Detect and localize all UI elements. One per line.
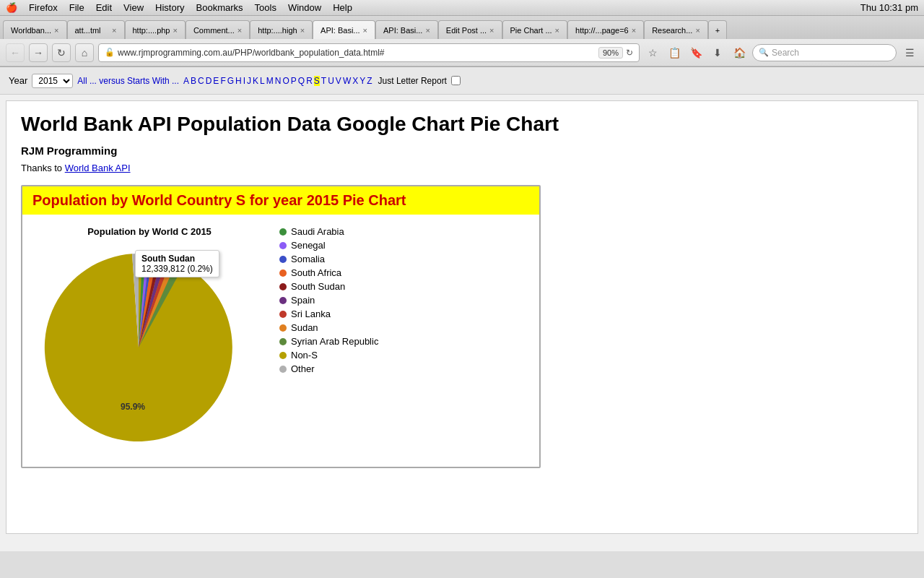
tab-8-close[interactable]: × xyxy=(489,26,494,35)
tab-5[interactable]: http:....high × xyxy=(250,20,313,39)
just-letter-checkbox[interactable] xyxy=(451,76,461,85)
tab-8[interactable]: Edit Post ... × xyxy=(438,20,502,39)
tab-3-close[interactable]: × xyxy=(173,26,177,35)
tab-5-label: http:....high xyxy=(258,26,297,35)
tab-6-close[interactable]: × xyxy=(363,26,367,35)
reload-button[interactable]: ↻ xyxy=(52,43,71,62)
menu-file[interactable]: File xyxy=(69,2,84,13)
legend-item: South Africa xyxy=(279,267,528,278)
letter-link-n[interactable]: N xyxy=(275,76,282,86)
letter-link-m[interactable]: M xyxy=(266,76,274,86)
letter-link-z[interactable]: Z xyxy=(367,76,372,86)
letter-link-u[interactable]: U xyxy=(328,76,334,86)
menu-bookmarks[interactable]: Bookmarks xyxy=(196,2,243,13)
tab-4[interactable]: Comment... × xyxy=(186,20,250,39)
letter-link-s[interactable]: S xyxy=(314,76,320,86)
tab-7-close[interactable]: × xyxy=(425,26,430,35)
new-tab-button[interactable]: + xyxy=(708,20,727,39)
bookmark-star-button[interactable]: ☆ xyxy=(644,44,661,61)
tab-1[interactable]: Worldban... × xyxy=(3,20,67,39)
tab-1-label: Worldban... xyxy=(11,26,51,35)
tab-9-label: Pie Chart ... xyxy=(510,26,552,35)
menu-view[interactable]: View xyxy=(123,2,144,13)
letter-link-j[interactable]: J xyxy=(247,76,251,86)
tab-10[interactable]: http://...page=6 × xyxy=(567,20,644,39)
forward-button[interactable]: → xyxy=(29,43,48,62)
year-select[interactable]: 2015 xyxy=(32,74,73,88)
menu-history[interactable]: History xyxy=(155,2,184,13)
menu-firefox[interactable]: Firefox xyxy=(29,2,58,13)
legend-item: South Sudan xyxy=(279,281,528,292)
tab-10-close[interactable]: × xyxy=(632,26,636,35)
menu-edit[interactable]: Edit xyxy=(96,2,112,13)
tab-9[interactable]: Pie Chart ... × xyxy=(502,20,568,39)
letter-link-r[interactable]: R xyxy=(306,76,313,86)
legend-dot xyxy=(279,366,287,373)
menu-help[interactable]: Help xyxy=(333,2,352,13)
menu-button[interactable]: ☰ xyxy=(901,44,918,61)
tab-1-close[interactable]: × xyxy=(54,26,58,35)
legend-dot xyxy=(279,297,287,304)
letter-link-t[interactable]: T xyxy=(321,76,326,86)
legend-dot xyxy=(279,242,287,249)
legend-label: Non-S xyxy=(291,350,318,361)
letter-link-y[interactable]: Y xyxy=(359,76,365,86)
address-bar[interactable]: 🔓 www.rjmprogramming.com.au/PHP/worldban… xyxy=(98,43,640,62)
letter-link-d[interactable]: D xyxy=(206,76,212,86)
letter-link-l[interactable]: L xyxy=(260,76,265,86)
search-bar[interactable]: 🔍 Search xyxy=(752,44,897,61)
letter-link-p[interactable]: P xyxy=(291,76,297,86)
letter-link-f[interactable]: F xyxy=(220,76,225,86)
bookmark-list-button[interactable]: 📋 xyxy=(666,44,683,61)
letter-link-h[interactable]: H xyxy=(235,76,242,86)
letter-link-b[interactable]: B xyxy=(191,76,196,86)
page-area: Year 2015 All ... versus Starts With ...… xyxy=(0,67,924,551)
menu-tools[interactable]: Tools xyxy=(255,2,276,13)
zoom-level: 90% xyxy=(598,47,623,59)
tab-7[interactable]: API: Basi... × xyxy=(375,20,438,39)
search-placeholder: Search xyxy=(772,48,799,58)
pie-tooltip: South Sudan 12,339,812 (0.2%) xyxy=(135,250,219,277)
legend-item: Spain xyxy=(279,295,528,306)
tab-2[interactable]: att...tml × xyxy=(67,20,125,39)
all-versus-link[interactable]: All ... versus Starts With ... xyxy=(77,76,179,86)
letter-link-x[interactable]: X xyxy=(352,76,358,86)
worldbank-api-link[interactable]: World Bank API xyxy=(65,163,131,173)
letter-link-v[interactable]: V xyxy=(336,76,341,86)
tab-11-close[interactable]: × xyxy=(695,26,699,35)
letter-link-e[interactable]: E xyxy=(213,76,219,86)
tab-6[interactable]: API: Basi... × xyxy=(313,20,375,39)
tab-5-close[interactable]: × xyxy=(300,26,305,35)
filter-bar: Year 2015 All ... versus Starts With ...… xyxy=(0,67,924,95)
tab-9-close[interactable]: × xyxy=(555,26,559,35)
back-button[interactable]: ← xyxy=(6,43,25,62)
tab-4-label: Comment... xyxy=(193,26,235,35)
tab-4-close[interactable]: × xyxy=(237,26,242,35)
tab-11[interactable]: Research... × xyxy=(644,20,708,39)
legend-dot xyxy=(279,283,287,290)
letter-link-i[interactable]: I xyxy=(243,76,245,86)
site-name: RJM Programming xyxy=(21,144,903,157)
menu-window[interactable]: Window xyxy=(288,2,321,13)
home-toolbar-button[interactable]: 🏠 xyxy=(731,44,748,61)
apple-menu[interactable]: 🍎 xyxy=(6,2,17,13)
letter-link-k[interactable]: K xyxy=(253,76,258,86)
just-letter-label: Just Letter Report xyxy=(378,76,447,86)
tab-2-close[interactable]: × xyxy=(112,26,116,35)
legend-label: Senegal xyxy=(291,240,326,251)
tab-3[interactable]: http:....php × xyxy=(125,20,186,39)
letter-link-w[interactable]: W xyxy=(343,76,351,86)
reload-url-button[interactable]: ↻ xyxy=(626,48,633,58)
legend-label: Syrian Arab Republic xyxy=(291,336,378,347)
letter-link-q[interactable]: Q xyxy=(298,76,305,86)
pocket-button[interactable]: 🔖 xyxy=(687,44,705,61)
download-button[interactable]: ⬇ xyxy=(709,44,726,61)
legend-label: South Sudan xyxy=(291,281,345,292)
letter-link-o[interactable]: O xyxy=(282,76,289,86)
letter-link-g[interactable]: G xyxy=(227,76,234,86)
letter-link-a[interactable]: A xyxy=(183,76,189,86)
letter-link-c[interactable]: C xyxy=(198,76,204,86)
tooltip-value: 12,339,812 (0.2%) xyxy=(141,264,213,274)
home-button[interactable]: ⌂ xyxy=(75,43,94,62)
tab-8-label: Edit Post ... xyxy=(446,26,487,35)
